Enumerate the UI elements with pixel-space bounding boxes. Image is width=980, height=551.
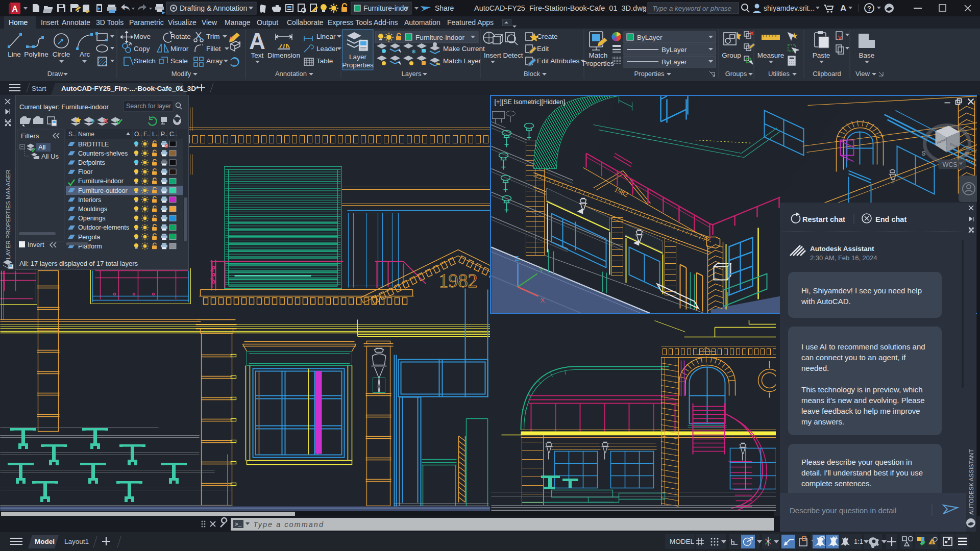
svg-text:❄: ❄	[90, 118, 95, 124]
svg-text:Scale: Scale	[170, 57, 188, 65]
svg-text:Move: Move	[134, 33, 151, 40]
svg-text:Model: Model	[35, 538, 55, 545]
svg-text:AutoCAD-FY25_Fire-Station-Book: AutoCAD-FY25_Fire-Station-Book-Cafe_01_3…	[474, 4, 647, 12]
svg-text:Groups: Groups	[725, 70, 747, 78]
svg-text:Text: Text	[251, 52, 264, 59]
svg-text:Counters-shelves: Counters-shelves	[78, 150, 128, 157]
svg-text:1982: 1982	[439, 270, 478, 291]
svg-text:Name: Name	[78, 131, 94, 138]
svg-text:1982: 1982	[613, 186, 629, 198]
svg-text:LAYER PROPERTIES MANAGER: LAYER PROPERTIES MANAGER	[5, 170, 11, 259]
svg-text:Current layer: Furniture-indoo: Current layer: Furniture-indoor	[19, 103, 109, 111]
svg-text:Properties: Properties	[582, 60, 614, 67]
svg-text:Layer: Layer	[349, 53, 366, 61]
svg-text:ByLayer: ByLayer	[662, 58, 687, 66]
svg-text:Outdoor-elements: Outdoor-elements	[78, 224, 129, 231]
svg-text:Utilities: Utilities	[768, 70, 790, 78]
svg-text:Furniture-indoor: Furniture-indoor	[415, 34, 465, 41]
svg-text:End chat: End chat	[875, 215, 906, 223]
svg-text:❄: ❄	[411, 48, 416, 55]
svg-text:Start: Start	[32, 85, 46, 92]
svg-text:Properties: Properties	[342, 61, 374, 69]
svg-text:Mouldings: Mouldings	[78, 206, 107, 213]
svg-text:Properties: Properties	[634, 70, 665, 78]
svg-text:Restart chat: Restart chat	[802, 215, 845, 223]
svg-text:Insert: Insert	[484, 52, 501, 59]
svg-text:shiyamdev.srit...: shiyamdev.srit...	[764, 4, 815, 12]
svg-text:?: ?	[867, 5, 871, 12]
svg-text:Mirror: Mirror	[170, 45, 189, 53]
svg-text:Floor: Floor	[78, 168, 92, 176]
svg-text:S: S	[922, 150, 926, 157]
svg-text:Dimension: Dimension	[267, 52, 300, 59]
svg-text:Draw: Draw	[47, 70, 63, 78]
svg-text:Trim: Trim	[206, 33, 220, 40]
svg-text:Z: Z	[515, 255, 519, 262]
svg-text:Y: Y	[540, 267, 544, 274]
svg-text:Match Layer: Match Layer	[443, 57, 481, 65]
svg-text:Make Current: Make Current	[443, 45, 485, 53]
svg-text:View: View	[855, 70, 870, 78]
svg-text:Interiors: Interiors	[78, 196, 101, 204]
svg-text:F..: F..	[143, 131, 150, 138]
svg-text:Openings: Openings	[78, 215, 106, 222]
svg-text:Modify: Modify	[172, 70, 191, 78]
svg-text:Linear: Linear	[316, 33, 336, 40]
svg-text:All Us: All Us	[41, 153, 59, 160]
svg-text:Leader: Leader	[316, 45, 338, 53]
svg-text:Copy: Copy	[134, 45, 150, 53]
svg-text:Furniture-indo: Furniture-indo	[363, 4, 408, 12]
svg-text:Edit Attributes: Edit Attributes	[537, 57, 580, 65]
svg-text:Search for layer: Search for layer	[126, 103, 171, 110]
svg-text:MODEL: MODEL	[670, 538, 695, 545]
svg-text:X: X	[541, 296, 545, 304]
svg-text:Furniture-outdoor: Furniture-outdoor	[78, 187, 128, 194]
svg-text:A: A	[249, 29, 265, 54]
svg-text:Share: Share	[435, 4, 454, 12]
svg-text:Detect: Detect	[503, 52, 523, 59]
svg-text:Type a keyword or phrase: Type a keyword or phrase	[652, 5, 731, 12]
svg-text:Measure: Measure	[757, 52, 785, 59]
svg-text:ByLayer: ByLayer	[662, 46, 687, 54]
svg-text:Paste: Paste	[813, 52, 830, 59]
svg-text:Fillet: Fillet	[206, 45, 221, 53]
svg-text:AutoCAD-FY25_Fire-...-Book-Caf: AutoCAD-FY25_Fire-...-Book-Cafe_01_3D*	[61, 85, 199, 92]
svg-text:Line: Line	[8, 51, 21, 58]
svg-text:[+][SE Isometric][Hidden]: [+][SE Isometric][Hidden]	[495, 98, 566, 106]
svg-text:!: !	[932, 540, 933, 545]
svg-text:Clipboard: Clipboard	[813, 70, 841, 78]
svg-text:S..: S..	[68, 131, 76, 138]
svg-text:L..: L..	[152, 131, 159, 138]
svg-text:WCS: WCS	[943, 161, 958, 168]
svg-text:Array: Array	[206, 57, 223, 65]
svg-text:Drafting & Annotation: Drafting & Annotation	[180, 4, 247, 12]
svg-text:Match: Match	[589, 52, 608, 59]
svg-text:Defpoints: Defpoints	[78, 159, 105, 166]
svg-text:Create: Create	[537, 33, 558, 40]
svg-text:Annotation: Annotation	[275, 70, 307, 78]
svg-text:Layers: Layers	[401, 70, 422, 78]
svg-text:Circle: Circle	[53, 51, 70, 58]
svg-text:Edit: Edit	[537, 45, 549, 53]
svg-text:A: A	[840, 4, 846, 13]
svg-text:Stretch: Stretch	[134, 57, 156, 65]
svg-text:E: E	[965, 151, 969, 158]
svg-text:ByLayer: ByLayer	[637, 34, 663, 41]
svg-text:Table: Table	[316, 57, 333, 65]
svg-text:Layout1: Layout1	[64, 538, 89, 545]
svg-text:Pergola: Pergola	[78, 234, 100, 241]
svg-text:Block: Block	[524, 70, 540, 78]
svg-text:Filters: Filters	[21, 132, 39, 140]
svg-text:Polyline: Polyline	[24, 51, 48, 58]
svg-text:A: A	[12, 5, 18, 13]
svg-text:Rotate: Rotate	[170, 33, 191, 40]
svg-text:Arc: Arc	[80, 51, 90, 58]
svg-text:Type a command: Type a command	[253, 520, 324, 529]
svg-text:>_: >_	[235, 521, 242, 528]
svg-text:Furniture-indoor: Furniture-indoor	[78, 178, 124, 185]
svg-text:Invert: Invert	[28, 241, 44, 248]
svg-text:All: 17 layers displayed of 17: All: 17 layers displayed of 17 total lay…	[19, 260, 138, 267]
svg-text:Base: Base	[859, 52, 875, 59]
svg-text:Group: Group	[722, 52, 741, 59]
svg-text:AUTODESK ASSISTANT: AUTODESK ASSISTANT	[968, 449, 974, 515]
